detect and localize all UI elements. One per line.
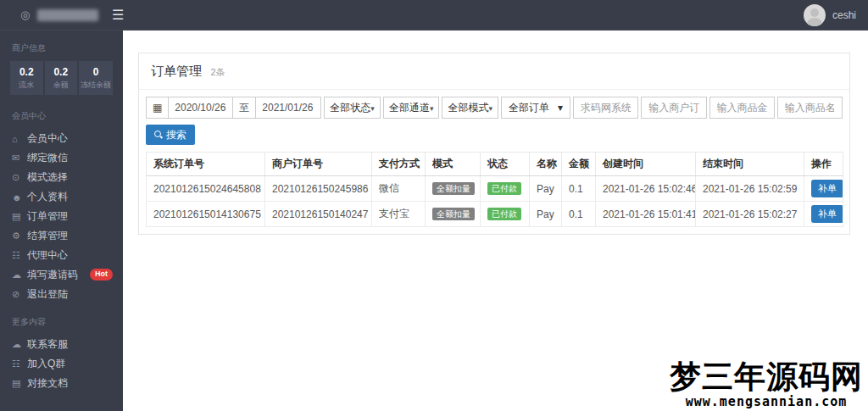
cell-created: 2021-01-26 15:02:46 xyxy=(596,176,696,202)
order-type-label: 全部订单 xyxy=(509,101,549,115)
sidebar-item-label: 结算管理 xyxy=(27,229,68,243)
more-section-label: 更多内容 xyxy=(0,304,123,333)
cell-amount: 0.1 xyxy=(562,202,596,227)
stat-flow-value: 0.2 xyxy=(12,66,42,78)
cell-name: Pay xyxy=(530,176,562,202)
sidebar-item-label: 加入Q群 xyxy=(27,357,65,371)
stat-flow-label: 流水 xyxy=(12,80,42,91)
sidebar-item-docs[interactable]: ▤ 对接文档 xyxy=(0,374,123,393)
chevron-down-icon: ▾ xyxy=(488,104,492,113)
cell-ended: 2021-01-26 15:02:59 xyxy=(696,176,804,202)
order-management-card: 订单管理 2条 ▦ 至 全部状态▾ 全部通道▾ 全部模式▾ xyxy=(138,53,850,235)
sidebar-item-logout[interactable]: ⊘ 退出登陆 xyxy=(0,285,123,304)
stat-balance: 0.2 余额 xyxy=(45,61,78,95)
product-name-input[interactable] xyxy=(777,97,843,119)
channel-filter-label: 全部通道 xyxy=(389,102,430,114)
date-range-group: ▦ 至 xyxy=(146,97,321,119)
sidebar-item-label: 会员中心 xyxy=(27,131,68,146)
page: ◎ ☰ ceshi 商户信息 0.2 流水 0.2 余额 0 冻结余额 会员中心 xyxy=(0,0,868,411)
product-amount-input[interactable] xyxy=(709,97,775,119)
sidebar-item-member-center[interactable]: ⌂ 会员中心 xyxy=(0,129,123,148)
merchant-stats: 0.2 流水 0.2 余额 0 冻结余额 xyxy=(10,61,113,95)
member-section-label: 会员中心 xyxy=(0,98,123,127)
cloud-icon: ☁ xyxy=(12,269,27,280)
mode-filter-dropdown[interactable]: 全部模式▾ xyxy=(442,97,498,119)
sidebar-item-label: 退出登陆 xyxy=(27,287,68,302)
date-to-input[interactable] xyxy=(256,97,320,118)
search-row: 搜索 xyxy=(139,119,849,150)
chevron-down-icon: ▾ xyxy=(558,102,563,114)
merchant-section-label: 商户信息 xyxy=(0,31,123,59)
sidebar-item-mode-select[interactable]: ⊙ 模式选择 xyxy=(0,168,123,187)
orders-table: 系统订单号 商户订单号 支付方式 模式 状态 名称 金额 创建时间 结束时间 操… xyxy=(146,152,843,227)
sidebar-item-label: 绑定微信 xyxy=(27,151,68,165)
sidebar-item-contact-support[interactable]: ☁ 联系客服 xyxy=(0,335,123,354)
order-type-select[interactable]: 全部订单▾ xyxy=(501,97,570,119)
watermark-title: 梦三年源码网 xyxy=(670,360,863,394)
reissue-order-button[interactable]: 补单 xyxy=(811,180,843,197)
stat-balance-value: 0.2 xyxy=(47,66,76,78)
table-row: 2021012615024645808 20210126150245986 微信… xyxy=(147,176,843,202)
calendar-icon[interactable]: ▦ xyxy=(147,97,169,118)
topbar: ◎ ☰ ceshi xyxy=(0,0,868,31)
search-button[interactable]: 搜索 xyxy=(146,125,195,145)
avatar xyxy=(804,4,826,26)
date-to-label: 至 xyxy=(233,97,256,118)
order-count: 2条 xyxy=(210,67,225,77)
status-filter-dropdown[interactable]: 全部状态▾ xyxy=(324,97,381,119)
user-icon: ☻ xyxy=(12,192,27,203)
cell-status: 已付款 xyxy=(481,202,530,227)
cell-created: 2021-01-26 15:01:41 xyxy=(596,202,696,227)
orders-icon: ▤ xyxy=(12,211,27,222)
card-header: 订单管理 2条 xyxy=(139,53,849,90)
sidebar-item-orders[interactable]: ▤ 订单管理 xyxy=(0,207,123,226)
cell-action: 补单 xyxy=(804,176,843,202)
sidebar-item-invite-code[interactable]: ☁ 填写邀请码 Hot xyxy=(0,265,123,285)
user-menu[interactable]: ceshi xyxy=(804,4,856,26)
users-icon: ☷ xyxy=(12,250,27,261)
status-filter-label: 全部状态 xyxy=(330,102,370,114)
chevron-down-icon: ▾ xyxy=(430,104,434,113)
col-amount: 金额 xyxy=(562,153,596,176)
users-icon: ☷ xyxy=(12,358,27,369)
sidebar-item-agency[interactable]: ☷ 代理中心 xyxy=(0,246,123,265)
sidebar-item-label: 模式选择 xyxy=(27,170,68,185)
col-ended: 结束时间 xyxy=(696,153,804,176)
cell-mode: 全额扣量 xyxy=(426,202,481,227)
col-action: 操作 xyxy=(804,153,843,176)
sidebar-item-profile[interactable]: ☻ 个人资料 xyxy=(0,187,123,207)
sidebar-more-menu: ☁ 联系客服 ☷ 加入Q群 ▤ 对接文档 xyxy=(0,335,123,393)
watermark: 梦三年源码网 www.mengsannian.com xyxy=(670,360,863,409)
cell-amount: 0.1 xyxy=(562,176,596,202)
channel-filter-dropdown[interactable]: 全部通道▾ xyxy=(383,97,440,119)
status-badge: 已付款 xyxy=(487,182,521,195)
cell-pay-method: 微信 xyxy=(372,176,426,202)
menu-toggle-icon[interactable]: ☰ xyxy=(112,7,124,23)
cell-merchant-no: 20210126150245986 xyxy=(265,176,372,202)
reissue-order-button[interactable]: 补单 xyxy=(811,205,843,223)
sidebar-item-bind-wechat[interactable]: ✉ 绑定微信 xyxy=(0,148,123,168)
col-pay-method: 支付方式 xyxy=(372,153,426,176)
sidebar-item-label: 对接文档 xyxy=(27,376,68,391)
col-name: 名称 xyxy=(530,153,562,176)
merchant-order-no-input[interactable] xyxy=(641,97,706,119)
sidebar-item-settlement[interactable]: ⚙ 结算管理 xyxy=(0,226,123,246)
username: ceshi xyxy=(832,9,856,21)
gear-icon: ⚙ xyxy=(12,230,27,242)
col-system-order-no: 系统订单号 xyxy=(147,153,265,176)
system-order-no-input[interactable] xyxy=(573,97,638,119)
page-title: 订单管理 xyxy=(151,64,202,78)
mode-icon: ⊙ xyxy=(12,172,27,183)
stat-frozen-label: 冻结余额 xyxy=(81,80,111,91)
search-button-label: 搜索 xyxy=(166,128,186,142)
sidebar-item-label: 代理中心 xyxy=(27,248,68,263)
col-status: 状态 xyxy=(481,153,530,176)
wechat-icon: ✉ xyxy=(12,153,27,164)
cell-action: 补单 xyxy=(804,202,843,227)
cell-system-no: 2021012615024645808 xyxy=(147,176,265,202)
sidebar-item-join-qq-group[interactable]: ☷ 加入Q群 xyxy=(0,354,123,374)
date-from-input[interactable] xyxy=(169,97,233,118)
cloud-icon: ☁ xyxy=(12,339,27,350)
sidebar: 商户信息 0.2 流水 0.2 余额 0 冻结余额 会员中心 ⌂ 会员中心 ✉ xyxy=(0,31,123,411)
cell-name: Pay xyxy=(530,202,562,227)
